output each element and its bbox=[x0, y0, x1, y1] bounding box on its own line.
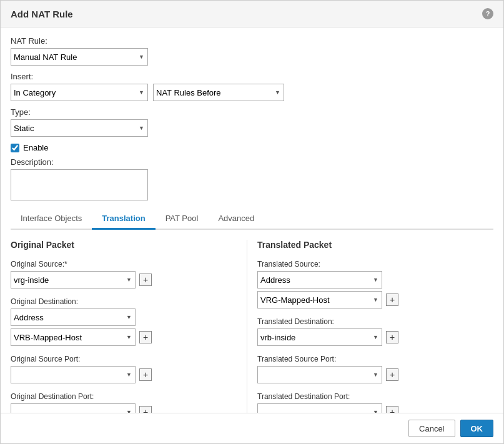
original-source-port-select[interactable] bbox=[11, 366, 136, 383]
enable-row: Enable bbox=[11, 143, 493, 152]
translated-source-type-row: Address bbox=[257, 271, 483, 289]
insert-secondary-select[interactable]: NAT Rules Before bbox=[153, 84, 284, 101]
original-destination-port-row: + bbox=[11, 403, 237, 413]
original-destination-port-wrapper bbox=[11, 403, 136, 413]
original-destination-group: Original Destination: Address VRB-Mapped… bbox=[11, 297, 237, 346]
original-source-port-label: Original Source Port: bbox=[11, 355, 237, 363]
original-destination-port-group: Original Destination Port: + bbox=[11, 392, 237, 413]
description-row: Description: bbox=[11, 157, 493, 202]
original-destination-type-row: Address bbox=[11, 308, 237, 326]
original-destination-sub-row: VRB-Mapped-Host + bbox=[11, 328, 237, 346]
translated-source-port-add-button[interactable]: + bbox=[386, 368, 398, 381]
original-destination-port-select[interactable] bbox=[11, 403, 136, 413]
translated-destination-label: Translated Destination: bbox=[257, 317, 483, 326]
tabs-container: Interface Objects Translation PAT Pool A… bbox=[11, 209, 493, 230]
translated-source-sub-select[interactable]: VRG-Mapped-Host bbox=[257, 291, 382, 308]
translated-destination-port-add-button[interactable]: + bbox=[386, 406, 398, 413]
original-destination-label: Original Destination: bbox=[11, 297, 237, 306]
insert-secondary-select-wrapper: NAT Rules Before bbox=[153, 84, 284, 101]
original-source-group: Original Source:* vrg-inside + bbox=[11, 260, 237, 289]
translated-destination-add-button[interactable]: + bbox=[386, 331, 398, 343]
translated-source-group: Translated Source: Address VRG-Mapped-Ho… bbox=[257, 260, 483, 308]
translated-source-sub-row: VRG-Mapped-Host + bbox=[257, 291, 483, 308]
dialog-title: Add NAT Rule bbox=[11, 9, 73, 19]
translated-source-port-wrapper bbox=[257, 366, 382, 383]
original-destination-port-add-button[interactable]: + bbox=[139, 406, 152, 413]
description-input[interactable] bbox=[11, 169, 148, 200]
translated-packet-section: Translated Packet Translated Source: Add… bbox=[247, 240, 493, 413]
original-source-select-wrapper: vrg-inside bbox=[11, 271, 136, 289]
translated-destination-wrapper: vrb-inside bbox=[257, 328, 382, 346]
dialog-body: NAT Rule: Manual NAT Rule Insert: In Cat… bbox=[1, 27, 503, 413]
translation-content: Original Packet Original Source:* vrg-in… bbox=[11, 230, 493, 413]
translated-source-port-group: Translated Source Port: + bbox=[257, 355, 483, 383]
translated-source-port-select[interactable] bbox=[257, 366, 382, 383]
translated-source-add-button[interactable]: + bbox=[386, 294, 398, 306]
cancel-button[interactable]: Cancel bbox=[408, 420, 455, 437]
translated-destination-port-row: + bbox=[257, 403, 483, 413]
ok-button[interactable]: OK bbox=[460, 420, 494, 437]
dialog-footer: Cancel OK bbox=[1, 413, 503, 443]
help-icon[interactable]: ? bbox=[482, 8, 493, 19]
type-select-wrapper: Static bbox=[11, 119, 148, 137]
translated-destination-select[interactable]: vrb-inside bbox=[257, 328, 382, 346]
nat-rule-label: NAT Rule: bbox=[11, 36, 493, 46]
original-source-port-wrapper bbox=[11, 366, 136, 383]
original-source-port-group: Original Source Port: + bbox=[11, 355, 237, 383]
original-packet-title: Original Packet bbox=[11, 240, 237, 250]
insert-select[interactable]: In Category bbox=[11, 84, 148, 101]
translated-source-port-label: Translated Source Port: bbox=[257, 355, 483, 363]
type-select[interactable]: Static bbox=[11, 119, 148, 137]
translated-source-label: Translated Source: bbox=[257, 260, 483, 269]
original-source-label: Original Source:* bbox=[11, 260, 237, 269]
enable-checkbox[interactable] bbox=[11, 144, 19, 152]
original-source-add-button[interactable]: + bbox=[139, 274, 152, 286]
translated-source-type-select[interactable]: Address bbox=[257, 271, 382, 289]
type-row: Type: Static bbox=[11, 107, 493, 137]
original-source-port-add-button[interactable]: + bbox=[139, 368, 152, 381]
type-label: Type: bbox=[11, 107, 493, 117]
original-source-port-row: + bbox=[11, 366, 237, 383]
translated-source-port-row: + bbox=[257, 366, 483, 383]
translated-destination-port-wrapper bbox=[257, 403, 382, 413]
nat-rule-row: NAT Rule: Manual NAT Rule bbox=[11, 36, 493, 66]
translated-source-sub-wrapper: VRG-Mapped-Host bbox=[257, 291, 382, 308]
translated-destination-port-select[interactable] bbox=[257, 403, 382, 413]
original-source-row: vrg-inside + bbox=[11, 271, 237, 289]
tab-interface-objects[interactable]: Interface Objects bbox=[11, 209, 92, 230]
original-destination-sub-select[interactable]: VRB-Mapped-Host bbox=[11, 328, 136, 346]
original-source-select[interactable]: vrg-inside bbox=[11, 271, 136, 289]
translated-destination-group: Translated Destination: vrb-inside + bbox=[257, 317, 483, 346]
original-destination-type-wrapper: Address bbox=[11, 308, 136, 326]
translated-destination-row: vrb-inside + bbox=[257, 328, 483, 346]
original-destination-type-select[interactable]: Address bbox=[11, 308, 136, 326]
add-nat-rule-dialog: Add NAT Rule ? NAT Rule: Manual NAT Rule… bbox=[0, 0, 504, 444]
insert-row: Insert: In Category NAT Rules Before bbox=[11, 72, 493, 101]
tab-translation[interactable]: Translation bbox=[92, 209, 155, 230]
original-destination-add-button[interactable]: + bbox=[139, 331, 152, 343]
original-destination-port-label: Original Destination Port: bbox=[11, 392, 237, 401]
original-destination-sub-wrapper: VRB-Mapped-Host bbox=[11, 328, 136, 346]
tab-advanced[interactable]: Advanced bbox=[208, 209, 264, 230]
original-packet-section: Original Packet Original Source:* vrg-in… bbox=[11, 240, 247, 413]
insert-label: Insert: bbox=[11, 72, 493, 81]
nat-rule-select[interactable]: Manual NAT Rule bbox=[11, 48, 148, 66]
dialog-header: Add NAT Rule ? bbox=[1, 1, 503, 27]
tab-pat-pool[interactable]: PAT Pool bbox=[156, 209, 209, 230]
enable-label: Enable bbox=[23, 143, 48, 152]
translated-destination-port-label: Translated Destination Port: bbox=[257, 392, 483, 401]
translated-packet-title: Translated Packet bbox=[257, 240, 483, 250]
description-label: Description: bbox=[11, 157, 493, 167]
insert-inline: In Category NAT Rules Before bbox=[11, 84, 493, 101]
insert-select-wrapper: In Category bbox=[11, 84, 148, 101]
translated-source-type-wrapper: Address bbox=[257, 271, 382, 289]
translated-destination-port-group: Translated Destination Port: + bbox=[257, 392, 483, 413]
nat-rule-select-wrapper: Manual NAT Rule bbox=[11, 48, 148, 66]
